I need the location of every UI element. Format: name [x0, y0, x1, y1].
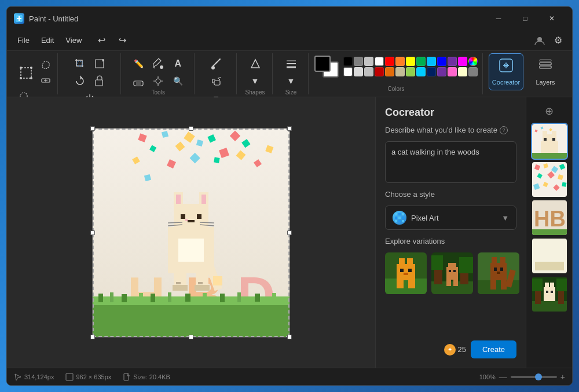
color-lgray2[interactable] — [354, 67, 363, 76]
handle-br[interactable] — [287, 335, 292, 339]
fill-button[interactable] — [149, 56, 167, 72]
foreground-color-swatch[interactable] — [314, 56, 331, 72]
color-lightblue[interactable] — [427, 57, 436, 66]
layers-toggle-label: Layers — [536, 79, 555, 86]
text-button[interactable]: A — [168, 56, 187, 72]
zoom-slider[interactable] — [511, 376, 557, 378]
color-cream[interactable] — [458, 67, 467, 76]
menu-file[interactable]: File — [12, 34, 35, 47]
color-darkred[interactable] — [375, 67, 384, 76]
color-orange[interactable] — [395, 57, 405, 66]
svg-rect-100 — [385, 279, 427, 294]
color-white2[interactable] — [343, 67, 353, 76]
variations-label: Explore variations — [385, 237, 516, 246]
svg-rect-118 — [449, 270, 451, 272]
color-pink[interactable] — [458, 57, 467, 66]
color-indigo[interactable] — [437, 67, 446, 76]
layers-toggle-button[interactable]: Layers — [528, 53, 563, 90]
handle-ml[interactable] — [90, 230, 95, 235]
color-darkgray[interactable] — [354, 57, 363, 66]
eraser-button[interactable] — [129, 73, 148, 89]
color-gradient[interactable] — [468, 57, 478, 66]
color-red[interactable] — [385, 57, 394, 66]
create-button[interactable]: Create — [471, 340, 516, 358]
select-rectangle-button[interactable] — [16, 58, 36, 88]
erase-image-button[interactable] — [90, 73, 109, 89]
handle-tm[interactable] — [189, 126, 193, 131]
color-purple[interactable] — [448, 57, 457, 66]
resize-button[interactable] — [90, 56, 109, 72]
thumbnail-4[interactable] — [532, 239, 567, 273]
color-mgray[interactable] — [364, 67, 373, 76]
undo-button[interactable]: ↩ — [92, 31, 111, 50]
color-white[interactable] — [375, 57, 384, 66]
zoom-controls: 100% — + — [479, 372, 565, 382]
color-ltblue2[interactable] — [416, 67, 426, 76]
file-size: Size: 20.4KB — [133, 373, 170, 380]
tools-label: Tools — [152, 89, 165, 97]
color-hotpink[interactable] — [448, 67, 457, 76]
color-darkorange[interactable] — [385, 67, 394, 76]
account-icon[interactable] — [530, 31, 549, 50]
thumbnail-1[interactable] — [532, 124, 567, 159]
cocreator-toggle-button[interactable]: Cocreator — [489, 53, 523, 90]
variation-1[interactable] — [385, 252, 427, 294]
color-yellow[interactable] — [406, 57, 415, 66]
brush-button[interactable] — [207, 56, 225, 72]
color-blue[interactable] — [437, 57, 446, 66]
rotate-button[interactable] — [71, 73, 89, 89]
variation-2[interactable] — [431, 252, 473, 294]
select-freeform-button[interactable] — [38, 58, 54, 72]
select-option-button[interactable] — [38, 74, 54, 87]
shape-button[interactable] — [246, 56, 265, 72]
svg-rect-28 — [540, 66, 551, 68]
size-extra-button[interactable]: ▼ — [282, 73, 301, 89]
handle-bl[interactable] — [90, 335, 95, 339]
add-layer-button[interactable]: ⊕ — [533, 102, 566, 120]
pencil-button[interactable]: ✏️ — [129, 56, 148, 72]
svg-line-85 — [168, 222, 182, 223]
handle-mr[interactable] — [287, 230, 292, 235]
prompt-input[interactable]: a cat walking in the woods — [385, 141, 516, 183]
thumbnail-5[interactable] — [532, 277, 567, 312]
color-black[interactable] — [343, 57, 353, 66]
color-ltgreen[interactable] — [406, 67, 415, 76]
minimize-button[interactable]: ─ — [485, 9, 512, 28]
style-select-button[interactable]: Pixel Art ▼ — [385, 206, 516, 230]
color-picker-button[interactable] — [149, 73, 167, 89]
menu-view[interactable]: View — [60, 34, 87, 47]
handle-tl[interactable] — [90, 126, 95, 131]
zoom-tool-button[interactable]: 🔍 — [168, 73, 187, 89]
redo-button[interactable]: ↪ — [113, 31, 131, 50]
color-dkblue[interactable] — [427, 67, 436, 76]
info-icon[interactable]: ? — [500, 126, 508, 134]
svg-rect-97 — [398, 220, 401, 222]
svg-rect-55 — [110, 292, 113, 302]
color-swatches — [314, 56, 339, 78]
zoom-slider-thumb[interactable] — [535, 373, 542, 380]
crop-button[interactable] — [71, 56, 89, 72]
spray-button[interactable] — [207, 73, 225, 89]
handle-tr[interactable] — [287, 126, 292, 131]
thumbnail-3[interactable]: HBD — [532, 200, 567, 235]
close-button[interactable]: ✕ — [538, 9, 565, 28]
handle-bm[interactable] — [189, 335, 193, 339]
color-lightgray[interactable] — [364, 57, 373, 66]
canvas-area[interactable]: H B D — [7, 97, 375, 368]
variation-3[interactable] — [478, 252, 519, 294]
svg-rect-105 — [408, 269, 412, 272]
size-dropdown-button[interactable] — [282, 56, 301, 72]
color-green[interactable] — [416, 57, 426, 66]
shape-dropdown-button[interactable]: ▼ — [246, 73, 265, 89]
color-tan[interactable] — [395, 67, 405, 76]
zoom-out-button[interactable]: — — [499, 372, 507, 382]
color-extra[interactable] — [468, 67, 478, 76]
svg-rect-82 — [178, 239, 204, 262]
thumbnail-2[interactable] — [532, 162, 567, 197]
svg-rect-164 — [545, 283, 549, 288]
settings-icon[interactable]: ⚙ — [549, 31, 567, 50]
menu-edit[interactable]: Edit — [35, 34, 60, 47]
svg-point-13 — [160, 65, 163, 69]
maximize-button[interactable]: □ — [512, 9, 538, 28]
zoom-in-button[interactable]: + — [560, 372, 565, 382]
